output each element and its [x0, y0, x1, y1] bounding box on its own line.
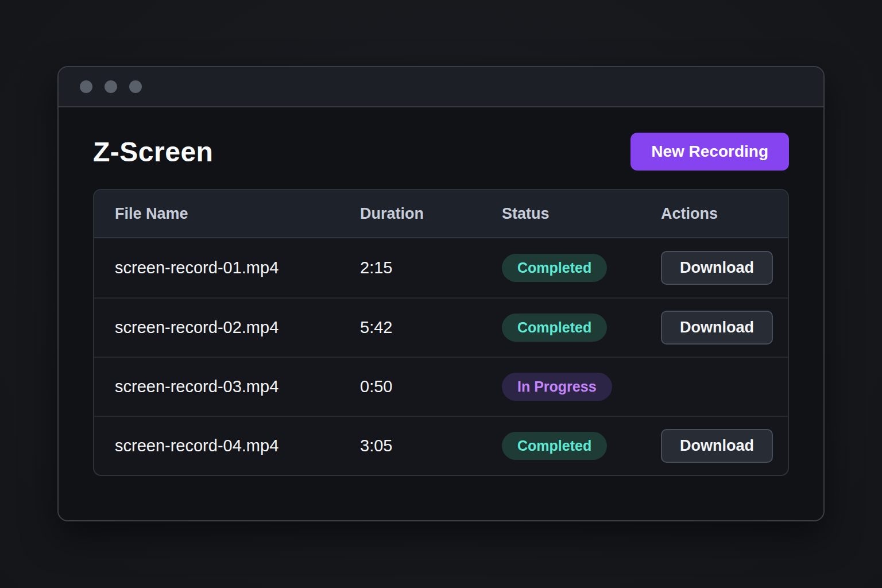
status-cell: Completed — [502, 254, 661, 282]
app-window: Z-Screen New Recording File Name Duratio… — [57, 66, 825, 521]
table-header-row: File Name Duration Status Actions — [94, 190, 788, 238]
status-badge: In Progress — [502, 373, 612, 401]
table-row: screen-record-03.mp4 0:50 In Progress — [94, 357, 788, 416]
file-name-cell: screen-record-04.mp4 — [94, 436, 360, 455]
actions-cell: Download — [661, 251, 788, 285]
status-badge: Completed — [502, 254, 607, 282]
download-button[interactable]: Download — [661, 311, 773, 345]
table-body: screen-record-01.mp4 2:15 Completed Down… — [94, 238, 788, 475]
window-dot-2[interactable] — [105, 80, 117, 93]
recordings-table: File Name Duration Status Actions screen… — [93, 189, 789, 476]
column-header-duration: Duration — [360, 205, 502, 223]
status-cell: In Progress — [502, 373, 661, 401]
duration-cell: 5:42 — [360, 318, 502, 337]
actions-cell: Download — [661, 311, 788, 345]
file-name-cell: screen-record-02.mp4 — [94, 318, 360, 337]
table-row: screen-record-04.mp4 3:05 Completed Down… — [94, 416, 788, 475]
table-row: screen-record-02.mp4 5:42 Completed Down… — [94, 297, 788, 357]
status-badge: Completed — [502, 432, 607, 460]
actions-cell: Download — [661, 429, 788, 463]
table-row: screen-record-01.mp4 2:15 Completed Down… — [94, 238, 788, 297]
download-button[interactable]: Download — [661, 251, 773, 285]
column-header-actions: Actions — [661, 205, 788, 223]
window-dot-3[interactable] — [129, 80, 142, 93]
column-header-status: Status — [502, 205, 661, 223]
column-header-file-name: File Name — [94, 205, 360, 223]
page-header: Z-Screen New Recording — [93, 133, 789, 171]
file-name-cell: screen-record-03.mp4 — [94, 377, 360, 396]
status-cell: Completed — [502, 432, 661, 460]
window-titlebar — [59, 67, 823, 107]
window-content: Z-Screen New Recording File Name Duratio… — [59, 133, 823, 476]
download-button[interactable]: Download — [661, 429, 773, 463]
duration-cell: 3:05 — [360, 436, 502, 455]
page-title: Z-Screen — [93, 136, 213, 168]
duration-cell: 0:50 — [360, 377, 502, 396]
window-dot-1[interactable] — [80, 80, 92, 93]
status-badge: Completed — [502, 314, 607, 342]
new-recording-button[interactable]: New Recording — [630, 133, 789, 171]
file-name-cell: screen-record-01.mp4 — [94, 258, 360, 277]
duration-cell: 2:15 — [360, 258, 502, 277]
status-cell: Completed — [502, 314, 661, 342]
